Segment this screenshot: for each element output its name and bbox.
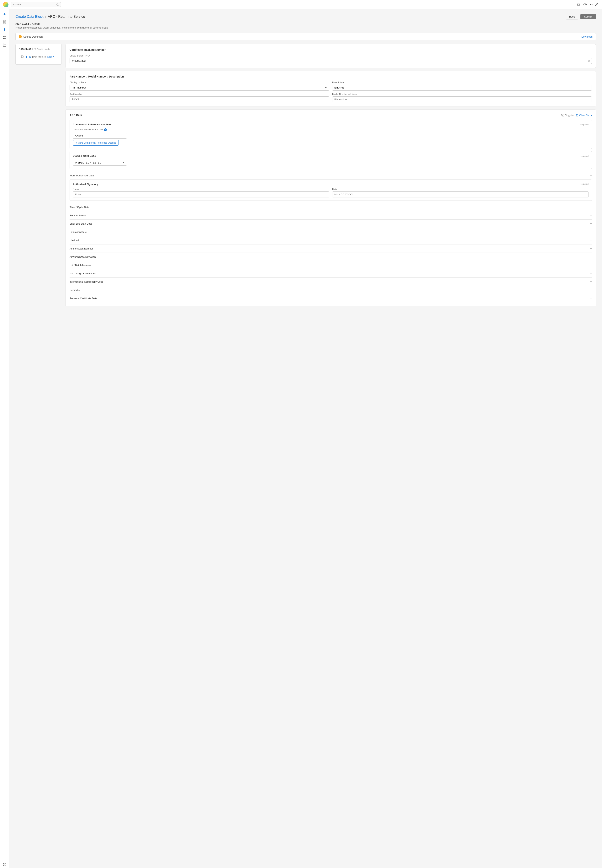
collapsible-row[interactable]: Previous Certificate Data +: [69, 294, 592, 302]
arc-section-header: ARC Data Copy to Clear Form: [69, 114, 592, 117]
description-label: Description: [332, 81, 592, 84]
arc-actions: Copy to Clear Form: [561, 114, 592, 117]
help-button[interactable]: [583, 3, 587, 6]
collapsible-label: Remarks: [69, 289, 80, 291]
status-work-select[interactable]: INSPECTED / TESTED REPAIRED OVERHAULED N…: [73, 160, 127, 166]
svg-rect-11: [562, 115, 564, 116]
customer-id-field: Customer Identification Code i: [73, 128, 588, 139]
asset-item[interactable]: ESN Trent XWB-84 BICX2: [19, 52, 58, 61]
copy-icon: [561, 114, 564, 117]
collapsible-label: Remote Issuer: [69, 214, 86, 217]
app-logo: [3, 2, 8, 7]
back-button[interactable]: Back: [566, 14, 578, 20]
clear-form-button[interactable]: Clear Form: [576, 114, 592, 117]
collapsible-label: Lot / Batch Number: [69, 264, 91, 267]
auth-date-label: Date: [332, 188, 588, 191]
customer-id-label: Customer Identification Code i: [73, 128, 588, 131]
collapsible-expand-icon: +: [590, 288, 592, 292]
collapsible-expand-icon: +: [590, 297, 592, 300]
more-commercial-options-button[interactable]: + More Commercial Reference Options: [73, 140, 119, 146]
collapsible-expand-icon: +: [590, 214, 592, 217]
main-content: Create Data Block › ARC - Return to Serv…: [9, 9, 602, 311]
tracking-clear-button[interactable]: ✕: [588, 59, 590, 63]
status-work-required: Required: [580, 155, 588, 157]
download-link[interactable]: Download: [581, 35, 593, 38]
svg-rect-6: [3, 22, 4, 23]
breadcrumb: Create Data Block › ARC - Return to Serv…: [15, 15, 85, 19]
collapsible-row[interactable]: Airworthiness Deviation +: [69, 252, 592, 261]
more-options-label: + More Commercial Reference Options: [76, 142, 116, 144]
work-performed-row[interactable]: Work Performed Data +: [69, 171, 592, 180]
account-icon: [595, 3, 599, 7]
collapsible-row[interactable]: Life Limit +: [69, 236, 592, 244]
authorized-signatory-section: Authorized Signatory Required Name Date: [69, 180, 592, 201]
collapsible-row[interactable]: Expiration Date +: [69, 228, 592, 236]
search-box[interactable]: [11, 2, 61, 7]
collapsible-row[interactable]: Part Usage Restrictions +: [69, 269, 592, 277]
display-form-select[interactable]: Part Number Model Number Description: [69, 85, 329, 91]
asset-name: Trent XWB-84: [32, 56, 46, 58]
step-info: Step 4 of 4 - Details Please provide ass…: [15, 23, 596, 29]
auth-required: Required: [580, 183, 588, 186]
transfer-icon: [3, 36, 6, 39]
model-optional-text: - Optional: [348, 93, 357, 95]
auth-header: Authorized Signatory Required: [73, 183, 588, 186]
customer-id-input[interactable]: [73, 132, 127, 139]
step-title: Step 4 of 4 - Details: [15, 23, 596, 26]
collapsible-row[interactable]: Remarks +: [69, 286, 592, 294]
collapsible-row[interactable]: Shelf Life Start Date +: [69, 219, 592, 228]
sidebar-item-documents[interactable]: [1, 42, 8, 49]
bell-icon: [577, 3, 580, 6]
breadcrumb-parent[interactable]: Create Data Block: [15, 15, 43, 19]
search-icon: [56, 3, 59, 6]
engine-icon: [20, 54, 25, 60]
copy-to-button[interactable]: Copy to: [561, 114, 573, 117]
description-input[interactable]: [332, 85, 592, 91]
auth-name-input[interactable]: [73, 191, 329, 197]
status-work-code-card: Status / Work Code Required INSPECTED / …: [69, 151, 592, 169]
status-work-title: Status / Work Code: [73, 154, 96, 157]
asset-panel-header: Asset List 0 / 1 Assets Ready: [19, 48, 58, 50]
svg-point-9: [22, 56, 23, 57]
page-header: Create Data Block › ARC - Return to Serv…: [15, 14, 596, 20]
asset-panel: Asset List 0 / 1 Assets Ready ESN Trent …: [15, 44, 61, 65]
notifications-button[interactable]: [577, 3, 580, 6]
collapsible-sections: Time / Cycle Data + Remote Issuer + Shel…: [69, 203, 592, 302]
collapsible-expand-icon: +: [590, 247, 592, 250]
header-actions: Back Submit: [566, 14, 596, 20]
source-doc-label: Source Document: [23, 35, 43, 38]
commercial-ref-header: Commercial Reference Numbers Required: [73, 123, 588, 126]
svg-rect-4: [3, 21, 4, 22]
part-number-label: Part Number: [69, 93, 329, 95]
collapsible-row[interactable]: Time / Cycle Data +: [69, 203, 592, 211]
nav-icons: BA: [577, 3, 599, 7]
model-number-input[interactable]: [332, 96, 592, 102]
sidebar-item-flights[interactable]: [1, 26, 8, 33]
submit-button[interactable]: Submit: [580, 14, 596, 19]
tracking-number-input[interactable]: [69, 58, 592, 64]
collapsible-row[interactable]: Remote Issuer +: [69, 211, 592, 219]
auth-name-label: Name: [73, 188, 329, 191]
collapsible-row[interactable]: Lot / Batch Number +: [69, 261, 592, 269]
display-form-field: Display on Form Part Number Model Number…: [69, 81, 329, 91]
user-menu-button[interactable]: BA: [590, 3, 599, 7]
search-input[interactable]: [13, 3, 56, 6]
part-number-input[interactable]: [69, 96, 329, 102]
auth-date-input[interactable]: [332, 191, 588, 197]
asset-tag: BICX2: [47, 56, 54, 58]
sidebar-item-add[interactable]: +: [1, 11, 8, 18]
sidebar-item-transfers[interactable]: [1, 34, 8, 41]
auth-date-field: Date: [332, 188, 588, 197]
copy-to-label: Copy to: [565, 114, 573, 117]
collapsible-label: Part Usage Restrictions: [69, 272, 96, 275]
collapsible-row[interactable]: International Commodity Code +: [69, 277, 592, 286]
breadcrumb-current: ARC - Return to Service: [48, 15, 85, 19]
work-performed-label: Work Performed Data: [69, 174, 94, 177]
sidebar-item-dashboard[interactable]: [1, 18, 8, 25]
collapsible-expand-icon: +: [590, 239, 592, 242]
svg-rect-5: [5, 21, 6, 22]
collapsible-expand-icon: +: [590, 230, 592, 234]
display-form-label: Display on Form: [69, 81, 329, 84]
collapsible-row[interactable]: Airline Stock Number +: [69, 244, 592, 252]
left-sidebar: +: [0, 9, 9, 311]
